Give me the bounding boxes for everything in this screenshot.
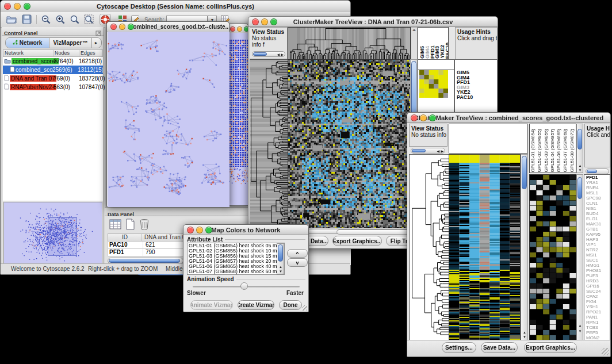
trash-icon[interactable] — [139, 218, 150, 232]
move-up-button[interactable]: ^ — [287, 249, 308, 258]
close-button[interactable] — [4, 3, 11, 10]
data-column-id[interactable]: ID — [108, 234, 142, 241]
gene-label[interactable]: TCB3 — [584, 325, 610, 330]
zoom-button[interactable] — [270, 18, 277, 25]
gene-label[interactable]: CLN1 — [584, 201, 610, 206]
gene-label[interactable]: HRD3 — [584, 278, 610, 283]
close-button[interactable] — [187, 227, 194, 233]
gene-label[interactable]: PUF3 — [584, 273, 610, 278]
row-label[interactable]: PAC10 — [455, 95, 497, 100]
close-button[interactable] — [230, 26, 235, 32]
network-tree-row[interactable]: combined_scores 2764(0) 16218(0) — [3, 57, 103, 66]
row-dendrogram[interactable] — [409, 154, 449, 340]
done-button[interactable]: Done — [279, 300, 302, 310]
column-dendrogram-area[interactable] — [449, 124, 528, 154]
save-icon[interactable] — [22, 14, 32, 26]
main-titlebar[interactable]: Cytoscape Desktop (Session Name: collins… — [1, 1, 350, 13]
heatmap-zoom-view[interactable] — [529, 174, 577, 341]
dialog-titlebar[interactable]: Map Colors to Network — [183, 225, 308, 235]
gene-label[interactable]: YSH1 — [584, 304, 610, 309]
attribute-list-scrollbar[interactable]: ▲▼ — [277, 243, 284, 274]
gene-label[interactable]: SEC1 — [584, 258, 610, 263]
gene-label[interactable]: RPO21 — [584, 309, 610, 315]
gene-label[interactable]: MAK31 — [584, 221, 610, 227]
network-tree-row-selected[interactable]: combined_sco 2569(6) 13112(15) — [3, 66, 103, 74]
network-window-titlebar[interactable]: combined_scores_good.txt--cluste... — [107, 22, 229, 32]
global-vscrollbar[interactable]: ▲▼ — [521, 154, 528, 340]
treeview1-titlebar[interactable]: ClusterMaker TreeView : DNA and Tran 07-… — [248, 17, 498, 27]
gene-label[interactable]: SPC98 — [584, 196, 610, 201]
zoom-vscrollbar[interactable]: ▲▼ — [576, 174, 583, 340]
gene-label[interactable]: MSI1 — [584, 252, 610, 258]
treeview2-titlebar[interactable]: ClusterMaker TreeView : combined_scores_… — [407, 113, 610, 123]
gene-label[interactable]: MSL1 — [584, 190, 610, 196]
zoom-fit-icon[interactable] — [70, 14, 80, 27]
view-status-scrollbar[interactable]: ◀▶ — [411, 148, 445, 154]
column-labels-scrollbar[interactable]: ▲▼ — [576, 124, 583, 173]
gene-label[interactable]: KAP95 — [584, 232, 610, 237]
gene-label[interactable]: PHO81 — [584, 268, 610, 273]
gene-label[interactable]: GTB1 — [584, 227, 610, 232]
network-tree-row[interactable]: DNA and Tran 07 769(0) 183728(0) — [3, 74, 103, 83]
minimize-button[interactable] — [196, 227, 203, 233]
network-view-canvas[interactable] — [108, 32, 230, 207]
resize-grip[interactable] — [302, 305, 307, 311]
close-button[interactable] — [411, 114, 418, 121]
view-status-scrollbar[interactable]: ◀▶ — [252, 51, 285, 57]
birdseye-view[interactable] — [3, 202, 102, 265]
column-header-network[interactable]: Network — [3, 50, 53, 56]
close-button[interactable] — [252, 18, 259, 25]
tab-vizmapper[interactable]: VizMapper™ — [49, 38, 92, 48]
column-header-edges[interactable]: Edges — [79, 50, 95, 56]
save-data-button[interactable]: Save Data... — [481, 342, 518, 353]
gene-label[interactable]: HAP3 — [584, 237, 610, 242]
gene-label[interactable]: PAN1 — [584, 315, 610, 320]
gene-label[interactable]: NIS1 — [584, 206, 610, 211]
gene-label[interactable]: GPI16 — [584, 283, 610, 289]
create-vizmap-button[interactable]: Create Vizmap — [238, 300, 274, 310]
zoom-button[interactable] — [24, 3, 30, 10]
tab-network[interactable]: Network — [6, 38, 49, 48]
background-window-titlebar[interactable] — [228, 24, 248, 33]
column-dendrogram[interactable] — [288, 27, 411, 60]
animation-speed-slider-thumb[interactable] — [240, 282, 248, 290]
attribute-list-item[interactable]: GPL51-07 (GSM868) heat shock 60 min — [188, 269, 284, 274]
gene-label[interactable]: PFD1 — [584, 175, 610, 180]
minimize-button[interactable] — [237, 26, 242, 32]
gene-label[interactable]: YRA1 — [584, 180, 610, 185]
gene-label[interactable]: PEP5 — [584, 330, 610, 335]
new-attribute-icon[interactable] — [125, 219, 136, 232]
heatmap-global-view[interactable] — [449, 154, 521, 340]
gene-label[interactable]: ELG1 — [584, 216, 610, 221]
heatmap-global-view[interactable] — [288, 59, 411, 228]
minimize-button[interactable] — [14, 3, 21, 10]
select-attributes-icon[interactable] — [109, 219, 122, 232]
zoom-button[interactable] — [128, 24, 134, 30]
zoom-out-icon[interactable] — [41, 14, 51, 27]
gene-label[interactable]: HMG1 — [584, 263, 610, 268]
gene-label[interactable]: BUD4 — [584, 211, 610, 216]
zoom-in-icon[interactable] — [55, 14, 66, 27]
usage-hints-scrollbar[interactable] — [586, 168, 609, 174]
gene-label[interactable]: FIG4 — [584, 299, 610, 304]
minimize-button[interactable] — [261, 18, 268, 25]
export-graphics-button[interactable]: Export Graphics... — [332, 236, 382, 246]
move-down-button[interactable]: v — [287, 258, 308, 267]
animate-vizmap-button[interactable]: Animate Vizmap — [190, 300, 233, 310]
export-graphics-button[interactable]: Export Graphics... — [524, 342, 577, 353]
zoom-matrix-view[interactable] — [419, 70, 448, 98]
row-dendrogram[interactable] — [250, 59, 288, 228]
zoom-button[interactable] — [429, 114, 436, 121]
dendrogram-spreader[interactable]: ◂▸ — [411, 27, 418, 60]
tab-more-arrow[interactable]: ► — [92, 38, 100, 48]
gene-label[interactable]: NTR2 — [584, 247, 610, 252]
column-header-nodes[interactable]: Nodes — [53, 50, 79, 56]
background-network-view[interactable] — [229, 33, 248, 205]
close-button[interactable] — [110, 24, 117, 30]
gene-label[interactable]: CPA2 — [584, 294, 610, 299]
gene-label[interactable]: RPN1 — [584, 320, 610, 325]
gene-label[interactable]: SEC24 — [584, 289, 610, 294]
resize-grip[interactable] — [602, 348, 609, 355]
minimize-button[interactable] — [119, 24, 125, 30]
gene-label[interactable]: RNR4 — [584, 185, 610, 190]
